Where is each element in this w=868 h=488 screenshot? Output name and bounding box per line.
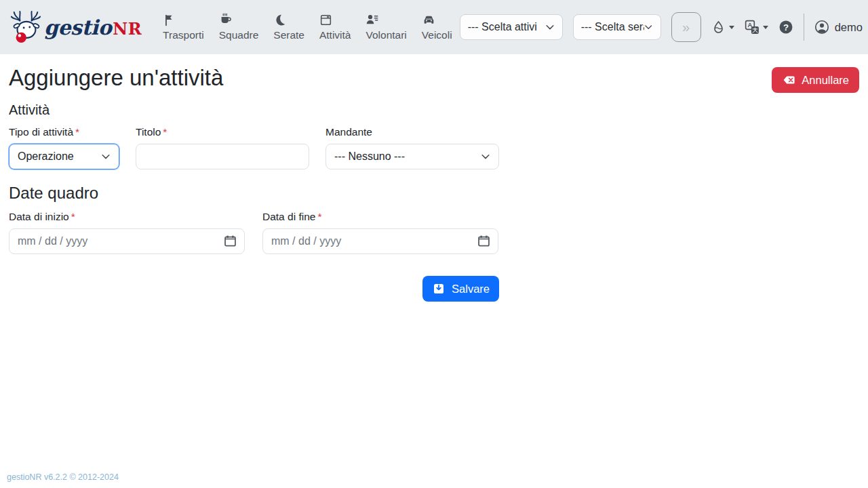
backspace-icon (782, 73, 795, 87)
data-inizio-input[interactable] (9, 228, 245, 254)
cancel-button[interactable]: Annullare (772, 67, 859, 93)
car-icon (422, 13, 436, 26)
main-nav: Trasporti Squadre Serate (155, 13, 460, 41)
caret-down-icon (729, 26, 734, 29)
required-marker: * (163, 126, 167, 138)
section-heading-date-quadro: Date quadro (9, 184, 859, 203)
svg-text:?: ? (783, 22, 789, 33)
footer: gestioNR v6.2.2 © 2012-2024 (7, 470, 119, 483)
nav-label: Volontari (366, 29, 406, 41)
question-circle-icon: ? (778, 20, 793, 35)
calendar-picker-icon[interactable] (223, 234, 237, 248)
required-marker: * (75, 126, 79, 138)
nav-label: Trasporti (163, 29, 204, 41)
save-icon (432, 282, 446, 296)
data-inizio-label: Data di inizio* (9, 211, 245, 223)
form-row-dates: Data di inizio* Data di fine* (9, 211, 859, 254)
language-menu-button[interactable]: A (745, 20, 768, 35)
brand-logo[interactable]: gestio NR (9, 9, 142, 45)
moon-icon (273, 13, 286, 26)
calendar-icon (319, 13, 332, 26)
mandante-label: Mandante (326, 126, 499, 138)
nav-item-squadre[interactable]: Squadre (212, 13, 267, 41)
data-fine-label: Data di fine* (262, 211, 498, 223)
chevron-down-icon (101, 152, 111, 161)
page-title: Aggiungere un'attività (9, 65, 223, 91)
titolo-input[interactable] (136, 144, 309, 169)
tipo-attivita-value: Operazione (18, 150, 74, 163)
evening-filter-select[interactable]: --- Scelta serat (573, 14, 661, 40)
activity-filter-value: --- Scelta attivi (468, 21, 537, 33)
user-menu-button[interactable]: demo (814, 20, 868, 35)
person-circle-icon (814, 20, 829, 35)
help-button[interactable]: ? (778, 20, 793, 35)
reindeer-logo-icon (9, 9, 43, 45)
translate-icon: A (745, 20, 760, 35)
brand-text-nr: NR (113, 19, 142, 39)
cancel-button-label: Annullare (802, 74, 849, 87)
droplet-half-icon (711, 20, 726, 35)
double-chevron-right-icon: » (682, 20, 690, 34)
chevron-down-icon (481, 152, 490, 161)
chevron-down-icon (644, 22, 652, 32)
username-label: demo (835, 21, 863, 34)
mandante-value: --- Nessuno --- (334, 150, 405, 163)
chevron-down-icon (545, 22, 555, 32)
person-lines-icon (366, 13, 379, 26)
navbar: gestio NR Trasporti Squadre (0, 0, 868, 54)
nav-item-trasporti[interactable]: Trasporti (155, 13, 212, 41)
form-actions: Salvare (9, 276, 499, 302)
tipo-attivita-select[interactable]: Operazione (9, 144, 119, 169)
required-marker: * (71, 211, 75, 222)
activity-filter-select[interactable]: --- Scelta attivi (460, 14, 563, 40)
brand-text-gestio: gestio (44, 16, 111, 39)
save-button[interactable]: Salvare (422, 276, 499, 302)
nav-label: Squadre (219, 29, 259, 41)
caret-down-icon (763, 26, 768, 29)
mandante-select[interactable]: --- Nessuno --- (326, 144, 499, 169)
form-row-activity: Tipo di attività* Operazione Titolo* Man… (9, 126, 859, 169)
nav-item-veicoli[interactable]: Veicoli (414, 13, 460, 41)
titolo-label: Titolo* (136, 126, 309, 138)
navbar-divider (804, 14, 804, 41)
nav-item-volontari[interactable]: Volontari (358, 13, 414, 41)
section-heading-attivita: Attività (9, 102, 859, 118)
data-fine-input[interactable] (262, 228, 498, 254)
calendar-picker-icon[interactable] (477, 234, 491, 248)
page-header: Aggiungere un'attività Annullare (9, 65, 859, 93)
nav-label: Serate (273, 29, 304, 41)
evening-filter-value: --- Scelta serat (581, 21, 645, 33)
go-button[interactable]: » (671, 12, 701, 42)
navbar-right-cluster: --- Scelta attivi --- Scelta serat » (460, 12, 868, 42)
main-content: Aggiungere un'attività Annullare Attivit… (0, 65, 868, 302)
theme-menu-button[interactable] (711, 20, 734, 35)
flag-icon (163, 13, 176, 26)
nav-label: Attività (319, 29, 351, 41)
mug-hot-icon (219, 13, 233, 26)
required-marker: * (317, 211, 321, 222)
nav-item-attivita[interactable]: Attività (312, 13, 359, 41)
nav-label: Veicoli (422, 29, 452, 41)
nav-item-serate[interactable]: Serate (266, 13, 312, 41)
footer-version-link[interactable]: gestioNR v6.2.2 © 2012-2024 (7, 472, 119, 482)
save-button-label: Salvare (452, 283, 490, 296)
brand-wordmark: gestio NR (44, 16, 142, 39)
tipo-label: Tipo di attività* (9, 126, 119, 138)
